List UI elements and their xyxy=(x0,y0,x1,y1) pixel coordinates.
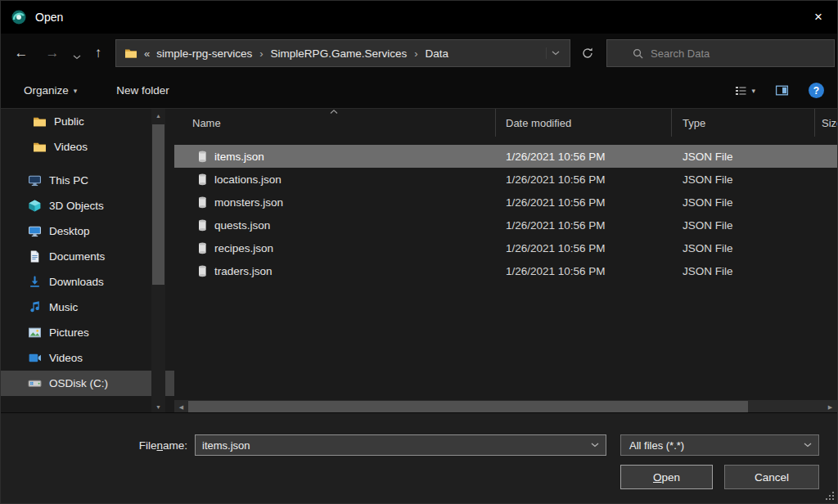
music-note-icon xyxy=(28,300,42,314)
sidebar-item-pictures[interactable]: Pictures xyxy=(1,320,174,345)
picture-icon xyxy=(28,326,42,340)
sidebar-item-public[interactable]: Public xyxy=(1,109,174,134)
sidebar-item-3d-objects[interactable]: 3D Objects xyxy=(1,193,174,218)
navigation-bar: ← → ↑ « simple-rpg-services › SimpleRPG.… xyxy=(1,34,837,73)
toolbar-right-group: ▾ ? xyxy=(734,83,824,98)
file-type: JSON File xyxy=(672,265,815,277)
file-date: 1/26/2021 10:56 PM xyxy=(496,196,672,209)
breadcrumb-overflow[interactable]: « xyxy=(144,47,150,60)
file-name: recipes.json xyxy=(214,242,273,254)
file-row[interactable]: monsters.json 1/26/2021 10:56 PM JSON Fi… xyxy=(174,191,837,214)
sidebar-item-label: Pictures xyxy=(49,326,89,339)
dialog-footer: File name: All files (*.*) Open Cancel xyxy=(1,412,837,503)
file-date: 1/26/2021 10:56 PM xyxy=(496,151,672,163)
column-header-type[interactable]: Type xyxy=(672,109,815,137)
scroll-up-icon[interactable]: ▲ xyxy=(151,109,165,123)
column-header-size[interactable]: Size xyxy=(815,109,837,137)
file-name-combobox[interactable] xyxy=(195,434,606,456)
download-arrow-icon xyxy=(28,275,42,289)
sidebar-item-label: OSDisk (C:) xyxy=(49,377,108,389)
sidebar-item-downloads[interactable]: Downloads xyxy=(1,269,174,295)
preview-pane-button[interactable] xyxy=(775,83,789,97)
sidebar-item-this-pc[interactable]: This PC xyxy=(1,168,174,193)
organize-caret-icon: ▾ xyxy=(74,87,78,95)
sidebar-item-label: 3D Objects xyxy=(49,200,104,212)
folder-icon xyxy=(124,47,137,60)
scrollbar-thumb[interactable] xyxy=(188,401,748,413)
sidebar-item-label: This PC xyxy=(49,174,88,187)
json-file-icon xyxy=(196,241,209,254)
file-date: 1/26/2021 10:56 PM xyxy=(496,265,672,277)
open-button[interactable]: Open xyxy=(620,465,713,489)
help-button[interactable]: ? xyxy=(809,83,824,98)
breadcrumb-segment[interactable]: simple-rpg-services xyxy=(156,47,252,60)
file-type-combobox[interactable]: All files (*.*) xyxy=(620,434,819,456)
cube-icon xyxy=(28,199,42,213)
open-dialog: Open × ← → ↑ « simple-rpg-services › Sim… xyxy=(0,0,838,504)
file-date: 1/26/2021 10:56 PM xyxy=(496,173,672,186)
sidebar-item-videos-user[interactable]: Videos xyxy=(1,134,174,160)
preview-pane-icon xyxy=(775,83,789,97)
sidebar-item-label: Public xyxy=(54,115,84,128)
file-row[interactable]: locations.json 1/26/2021 10:56 PM JSON F… xyxy=(174,168,837,191)
sidebar-scrollbar[interactable]: ▲ ▼ xyxy=(151,109,165,414)
file-type: JSON File xyxy=(672,151,815,163)
history-chevron-icon[interactable] xyxy=(70,47,84,67)
sidebar-item-music[interactable]: Music xyxy=(1,295,174,320)
computer-icon xyxy=(28,173,42,187)
breadcrumb-segment[interactable]: SimpleRPG.Game.Services xyxy=(271,47,408,60)
address-dropdown-chevron-icon[interactable] xyxy=(546,47,565,59)
back-button[interactable]: ← xyxy=(11,43,32,63)
file-name-input[interactable] xyxy=(196,439,584,452)
sidebar-item-osdisk[interactable]: OSDisk (C:) xyxy=(1,371,174,396)
file-row[interactable]: recipes.json 1/26/2021 10:56 PM JSON Fil… xyxy=(174,236,837,259)
drive-icon xyxy=(28,376,42,390)
folder-icon xyxy=(33,115,47,128)
window-title: Open xyxy=(35,11,63,24)
title-bar: Open × xyxy=(1,1,837,34)
search-box[interactable] xyxy=(606,39,835,67)
file-date: 1/26/2021 10:56 PM xyxy=(496,242,672,254)
json-file-icon xyxy=(196,196,209,209)
view-mode-button[interactable]: ▾ xyxy=(734,84,755,97)
sidebar-item-label: Downloads xyxy=(49,276,104,288)
sidebar-item-label: Documents xyxy=(49,250,105,263)
search-icon xyxy=(632,47,644,60)
sidebar-item-videos[interactable]: Videos xyxy=(1,345,174,371)
file-type-dropdown-chevron-icon[interactable] xyxy=(797,443,818,448)
file-name: locations.json xyxy=(214,173,282,186)
json-file-icon xyxy=(196,173,209,186)
file-row[interactable]: items.json 1/26/2021 10:56 PM JSON File xyxy=(174,145,837,168)
file-name: items.json xyxy=(214,151,264,163)
column-header-date-modified[interactable]: Date modified xyxy=(496,109,672,137)
sidebar-item-label: Music xyxy=(49,301,78,313)
up-button[interactable]: ↑ xyxy=(88,43,109,63)
forward-button[interactable]: → xyxy=(42,43,63,63)
organize-button[interactable]: Organize ▾ xyxy=(16,79,85,101)
search-input[interactable] xyxy=(651,47,827,60)
new-folder-button[interactable]: New folder xyxy=(108,79,178,101)
json-file-icon xyxy=(196,264,209,277)
desktop-icon xyxy=(28,224,42,238)
scrollbar-thumb[interactable] xyxy=(152,124,164,285)
close-button[interactable]: × xyxy=(800,1,837,34)
sidebar-item-documents[interactable]: Documents xyxy=(1,244,174,269)
refresh-icon[interactable] xyxy=(579,45,597,61)
main-area: Public Videos This PC 3D Objects Desktop… xyxy=(1,109,837,414)
file-row[interactable]: traders.json 1/26/2021 10:56 PM JSON Fil… xyxy=(174,259,837,282)
file-row[interactable]: quests.json 1/26/2021 10:56 PM JSON File xyxy=(174,214,837,236)
resize-grip-icon[interactable] xyxy=(825,491,835,501)
file-name-dropdown-chevron-icon[interactable] xyxy=(584,443,606,448)
sort-ascending-icon xyxy=(330,110,338,114)
file-type: JSON File xyxy=(672,173,815,186)
address-bar[interactable]: « simple-rpg-services › SimpleRPG.Game.S… xyxy=(115,39,570,67)
column-headers: Name Date modified Type Size xyxy=(174,109,837,137)
breadcrumb-separator[interactable]: › xyxy=(414,47,417,60)
cancel-button[interactable]: Cancel xyxy=(724,465,819,489)
breadcrumb-segment[interactable]: Data xyxy=(426,47,449,60)
file-name: quests.json xyxy=(214,219,270,232)
sidebar-item-desktop[interactable]: Desktop xyxy=(1,218,174,244)
file-list: Name Date modified Type Size items.json … xyxy=(174,109,837,414)
file-type: JSON File xyxy=(672,242,815,254)
breadcrumb-separator[interactable]: › xyxy=(259,47,263,60)
